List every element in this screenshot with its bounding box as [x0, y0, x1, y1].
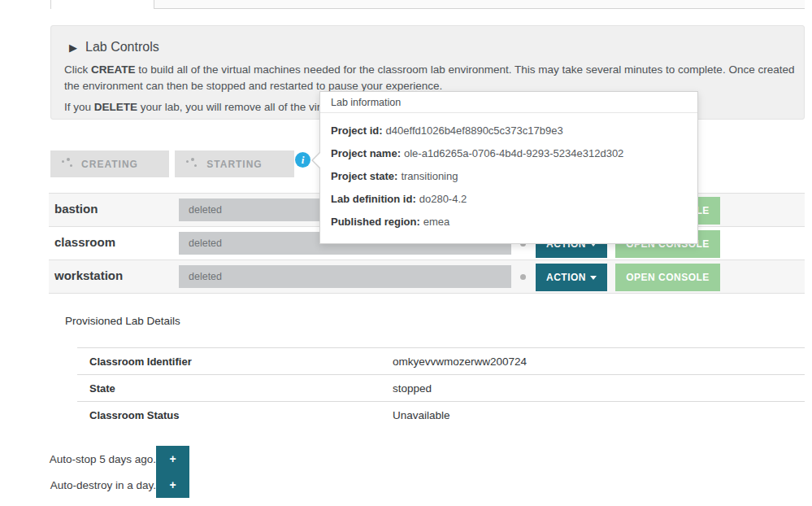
auto-destroy-text: Auto-destroy in a day. — [26, 479, 156, 491]
active-tab[interactable] — [50, 0, 154, 9]
tooltip-body: Project id:d40effd1026b4ef8890c5c373c17b… — [320, 113, 697, 243]
vm-progress-bar: deleted — [179, 265, 511, 288]
caret-down-icon — [590, 276, 597, 280]
tooltip-field-lab-definition-id: Lab definition id:do280-4.2 — [331, 193, 687, 205]
vm-row-workstation: workstation deleted ACTION OPEN CONSOLE — [49, 260, 805, 294]
auto-stop-text: Auto-stop 5 days ago. — [26, 453, 156, 465]
action-label: ACTION — [546, 272, 586, 283]
tooltip-field-project-name: Project name:ole-a1d6265a-0706-4b4d-9293… — [331, 147, 687, 159]
creating-button[interactable]: CREATING — [50, 150, 169, 177]
detail-value: omkyevvwmozerww200724 — [393, 356, 527, 368]
lab-controls-header[interactable]: ▶Lab Controls — [69, 40, 159, 55]
detail-row-state: State stopped — [77, 374, 805, 401]
vm-progress-label: deleted — [189, 204, 222, 216]
create-description: Click CREATE to build all of the virtual… — [64, 62, 801, 94]
starting-button[interactable]: STARTING — [175, 150, 294, 177]
vm-progress-label: deleted — [189, 271, 222, 282]
caret-right-icon: ▶ — [69, 41, 77, 54]
tooltip-field-project-id: Project id:d40effd1026b4ef8890c5c373c17b… — [331, 124, 687, 137]
auto-stop-increase-button[interactable]: + — [156, 446, 189, 472]
vm-name: classroom — [54, 235, 115, 249]
provisioned-lab-details-title: Provisioned Lab Details — [65, 315, 180, 327]
lab-information-tooltip: Lab information Project id:d40effd1026b4… — [319, 91, 698, 244]
creating-button-label: CREATING — [81, 159, 138, 170]
lab-environment-page: ▶Lab Controls Click CREATE to build all … — [0, 0, 812, 506]
detail-value: Unavailable — [393, 409, 450, 421]
action-dropdown-button[interactable]: ACTION — [536, 264, 607, 291]
tooltip-field-project-state: Project state:transitioning — [331, 170, 687, 182]
detail-value: stopped — [393, 382, 432, 395]
vm-name: workstation — [54, 268, 123, 282]
starting-button-label: STARTING — [206, 159, 262, 170]
progress-end-dot — [520, 274, 526, 280]
info-icon[interactable]: i — [295, 152, 310, 168]
spinner-icon — [62, 158, 74, 170]
tooltip-arrow — [313, 152, 321, 168]
tooltip-field-published-region: Published region:emea — [331, 216, 687, 228]
detail-label: State — [89, 382, 115, 395]
provisioned-lab-details-table: Classroom Identifier omkyevvwmozerww2007… — [77, 347, 805, 428]
open-console-button[interactable]: OPEN CONSOLE — [615, 264, 720, 291]
detail-label: Classroom Status — [89, 409, 180, 421]
tab-strip — [154, 0, 805, 9]
detail-row-classroom-status: Classroom Status Unavailable — [77, 401, 805, 428]
lab-controls-title: Lab Controls — [85, 40, 159, 54]
spinner-icon — [186, 158, 198, 170]
auto-destroy-increase-button[interactable]: + — [156, 472, 189, 498]
vm-progress-label: deleted — [189, 238, 222, 249]
vm-name: bastion — [54, 202, 98, 216]
tooltip-title: Lab information — [320, 92, 697, 113]
detail-row-classroom-identifier: Classroom Identifier omkyevvwmozerww2007… — [77, 347, 805, 374]
detail-label: Classroom Identifier — [89, 356, 192, 368]
